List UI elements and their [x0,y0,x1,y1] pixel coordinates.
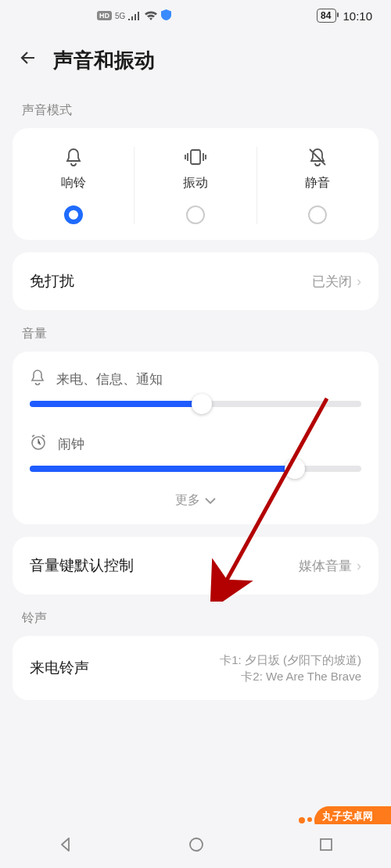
status-bar: HD 5G 84 10:10 [0,0,391,31]
svg-rect-4 [321,839,332,850]
mode-label: 振动 [183,175,208,191]
ringtone-sim2: 卡2: We Are The Brave [220,668,361,684]
notification-slider-label: 来电、信息、通知 [56,370,163,388]
svg-point-3 [190,838,203,851]
ringtone-card[interactable]: 来电铃声 卡1: 夕日坂 (夕阳下的坡道) 卡2: We Are The Bra… [13,636,378,700]
shield-icon [161,9,171,23]
page-header: 声音和振动 [0,31,391,87]
nav-back-icon[interactable] [58,837,74,855]
chevron-down-icon [205,494,216,508]
radio[interactable] [186,205,205,224]
sound-mode-section-label: 声音模式 [0,87,391,128]
chevron-right-icon: › [357,558,361,574]
mode-label: 静音 [305,175,330,191]
radio[interactable] [308,205,327,224]
ringtone-sim1: 卡1: 夕日坂 (夕阳下的坡道) [220,652,361,668]
page-title: 声音和振动 [53,47,155,74]
alarm-slider[interactable] [30,466,361,472]
system-navbar [0,824,391,868]
hd-badge: HD [97,11,112,20]
alarm-slider-label: 闹钟 [58,435,84,453]
sound-mode-card: 响铃 振动 静音 [13,128,378,240]
svg-rect-0 [191,150,200,164]
volume-section-label: 音量 [0,310,391,352]
more-label: 更多 [175,492,200,509]
battery-indicator: 84 [317,9,336,23]
back-button[interactable] [19,48,38,73]
watermark-title: 丸子安卓网 [322,811,383,822]
signal-icon [128,9,141,23]
nav-home-icon[interactable] [188,837,204,855]
mode-vibrate[interactable]: 振动 [134,147,256,224]
ringtone-section-label: 铃声 [0,595,391,636]
chevron-right-icon: › [357,273,361,290]
volume-key-value: 媒体音量 [299,557,352,575]
dnd-card[interactable]: 免打扰 已关闭 › [13,252,378,310]
network-type: 5G [115,12,125,20]
mode-ring[interactable]: 响铃 [13,147,134,224]
notification-slider[interactable] [30,401,361,407]
dnd-title: 免打扰 [30,271,74,291]
bell-outline-icon [30,369,45,390]
volume-card: 来电、信息、通知 闹钟 更多 [13,352,378,524]
nav-recent-icon[interactable] [319,838,333,855]
mode-label: 响铃 [61,175,86,191]
alarm-icon [30,434,47,455]
more-button[interactable]: 更多 [13,481,378,524]
bell-icon [64,147,83,167]
bell-off-icon [307,147,328,167]
vibrate-icon [185,147,206,167]
mode-silent[interactable]: 静音 [256,147,378,224]
wifi-icon [144,9,158,23]
volume-key-card[interactable]: 音量键默认控制 媒体音量 › [13,537,378,595]
volume-key-title: 音量键默认控制 [30,555,134,576]
ringtone-title: 来电铃声 [30,658,89,678]
clock: 10:10 [343,9,372,23]
radio-selected[interactable] [64,205,83,224]
dnd-value: 已关闭 [312,273,352,291]
